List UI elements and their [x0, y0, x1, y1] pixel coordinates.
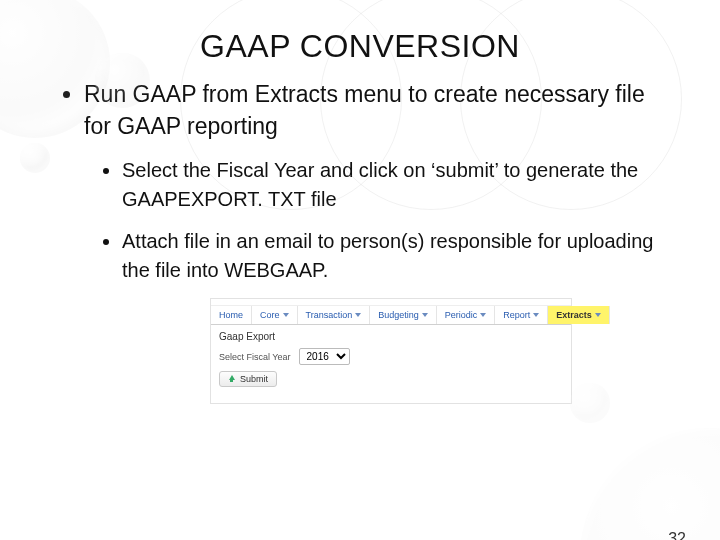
watermark-bubble	[95, 53, 150, 108]
chevron-down-icon	[355, 313, 361, 317]
tab-core[interactable]: Core	[252, 306, 298, 324]
fiscal-year-label: Select Fiscal Year	[219, 352, 291, 362]
bullet-lvl2: Attach file in an email to person(s) res…	[122, 227, 672, 284]
chevron-down-icon	[283, 313, 289, 317]
tab-report[interactable]: Report	[495, 306, 548, 324]
panel: Gaap Export Select Fiscal Year 2016 Subm…	[211, 325, 571, 403]
tab-label: Transaction	[306, 310, 353, 320]
fiscal-year-select[interactable]: 2016	[299, 348, 350, 365]
tab-home[interactable]: Home	[211, 306, 252, 324]
tab-periodic[interactable]: Periodic	[437, 306, 496, 324]
navbar: Home Core Transaction Budgeting Periodic…	[211, 306, 571, 325]
chevron-down-icon	[595, 313, 601, 317]
tab-label: Core	[260, 310, 280, 320]
tab-extracts[interactable]: Extracts	[548, 306, 610, 324]
tab-label: Extracts	[556, 310, 592, 320]
tab-label: Periodic	[445, 310, 478, 320]
page-number: 32	[668, 530, 686, 540]
tab-label: Home	[219, 310, 243, 320]
tab-label: Budgeting	[378, 310, 419, 320]
tab-budgeting[interactable]: Budgeting	[370, 306, 437, 324]
submit-button[interactable]: Submit	[219, 371, 277, 387]
embedded-screenshot: Home Core Transaction Budgeting Periodic…	[210, 298, 572, 404]
slide: GAAP CONVERSION Run GAAP from Extracts m…	[0, 28, 720, 540]
chevron-down-icon	[422, 313, 428, 317]
watermark-bubble	[570, 383, 610, 423]
chevron-down-icon	[480, 313, 486, 317]
tab-label: Report	[503, 310, 530, 320]
upload-icon	[228, 375, 236, 383]
submit-button-label: Submit	[240, 374, 268, 384]
panel-title: Gaap Export	[219, 331, 563, 342]
watermark-bubble	[580, 428, 720, 540]
tab-transaction[interactable]: Transaction	[298, 306, 371, 324]
breadcrumb	[211, 299, 571, 306]
chevron-down-icon	[533, 313, 539, 317]
watermark-bubble	[20, 143, 50, 173]
